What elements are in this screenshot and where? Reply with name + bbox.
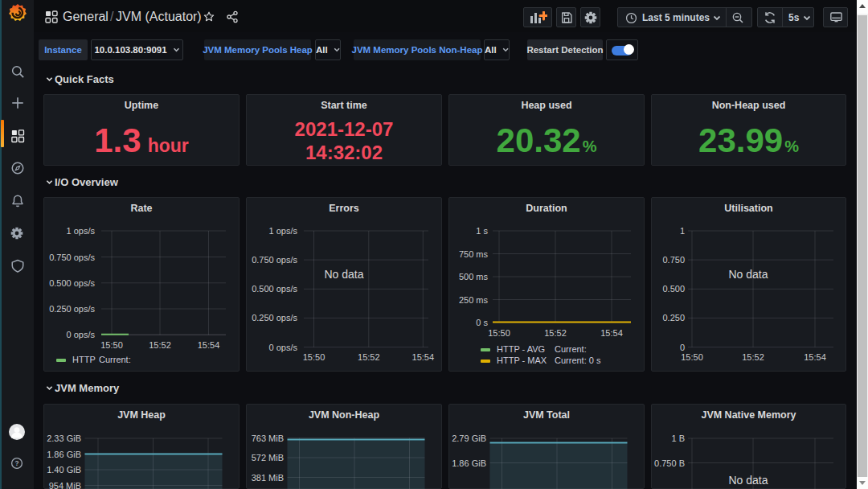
svg-text:?: ? [14,459,18,467]
